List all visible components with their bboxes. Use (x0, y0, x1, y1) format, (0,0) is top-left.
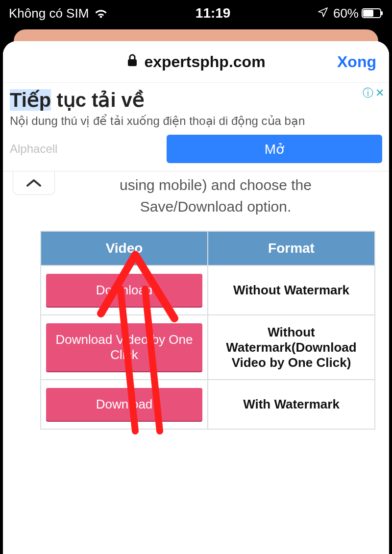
download-button-1[interactable]: Download (46, 274, 202, 307)
url-bar: expertsphp.com Xong (3, 41, 389, 82)
format-cell-1: Without Watermark (208, 265, 375, 315)
battery-icon (362, 8, 383, 19)
svg-rect-3 (128, 59, 137, 66)
ad-brand: Alphacell (10, 142, 157, 156)
clock: 11:19 (196, 5, 231, 21)
ad-title-rest: tục tải về (51, 89, 145, 111)
ad-marks: ⓘ ✕ (363, 86, 384, 100)
status-right: 60% (318, 6, 383, 21)
device-frame: Không có SIM 11:19 60% (0, 0, 392, 554)
status-left: Không có SIM (9, 6, 108, 21)
table-row: Download Video by One Click Without Wate… (41, 315, 375, 380)
svg-rect-1 (381, 11, 383, 15)
done-button[interactable]: Xong (337, 41, 376, 82)
url-display[interactable]: expertsphp.com (126, 53, 265, 71)
col-header-video: Video (41, 231, 208, 265)
collapse-tab[interactable] (13, 171, 55, 195)
location-icon (318, 6, 328, 21)
download-button-2[interactable]: Download Video by One Click (46, 323, 202, 371)
ad-info-icon[interactable]: ⓘ (363, 86, 373, 100)
table-row: Download With Watermark (41, 380, 375, 429)
url-domain: expertsphp.com (144, 53, 265, 71)
page-content: using mobile) and choose the Save/Downlo… (3, 171, 389, 469)
wifi-icon (94, 8, 108, 19)
lock-icon (126, 53, 138, 71)
ad-banner: ⓘ ✕ Tiếp tục tải về Nội dung thú vị để t… (3, 82, 389, 171)
ad-open-button[interactable]: Mở (167, 135, 382, 163)
carrier-text: Không có SIM (9, 6, 89, 21)
ad-close-icon[interactable]: ✕ (375, 87, 384, 99)
browser-sheet: expertsphp.com Xong ⓘ ✕ Tiếp tục tải về … (3, 41, 389, 554)
instruction-text: using mobile) and choose the Save/Downlo… (3, 171, 389, 231)
battery-pct: 60% (333, 6, 359, 21)
svg-rect-2 (363, 10, 373, 17)
ad-subtitle: Nội dung thú vị để tải xuống điện thoại … (10, 114, 382, 128)
download-table: Video Format Download Without Watermark … (40, 231, 375, 430)
col-header-format: Format (208, 231, 375, 265)
ad-title-highlight: Tiếp (10, 89, 51, 111)
chevron-up-icon (25, 178, 42, 188)
format-cell-2: Without Watermark(Download Video by One … (208, 315, 375, 380)
download-button-3[interactable]: Download (46, 388, 202, 421)
battery: 60% (333, 6, 383, 21)
table-row: Download Without Watermark (41, 265, 375, 315)
instruction-line-2: Save/Download option. (140, 198, 292, 215)
instruction-line-1: using mobile) and choose the (120, 177, 312, 193)
download-table-wrap: Video Format Download Without Watermark … (3, 231, 389, 469)
format-cell-3: With Watermark (208, 380, 375, 429)
status-bar: Không có SIM 11:19 60% (0, 0, 392, 26)
ad-title[interactable]: Tiếp tục tải về (10, 89, 382, 111)
